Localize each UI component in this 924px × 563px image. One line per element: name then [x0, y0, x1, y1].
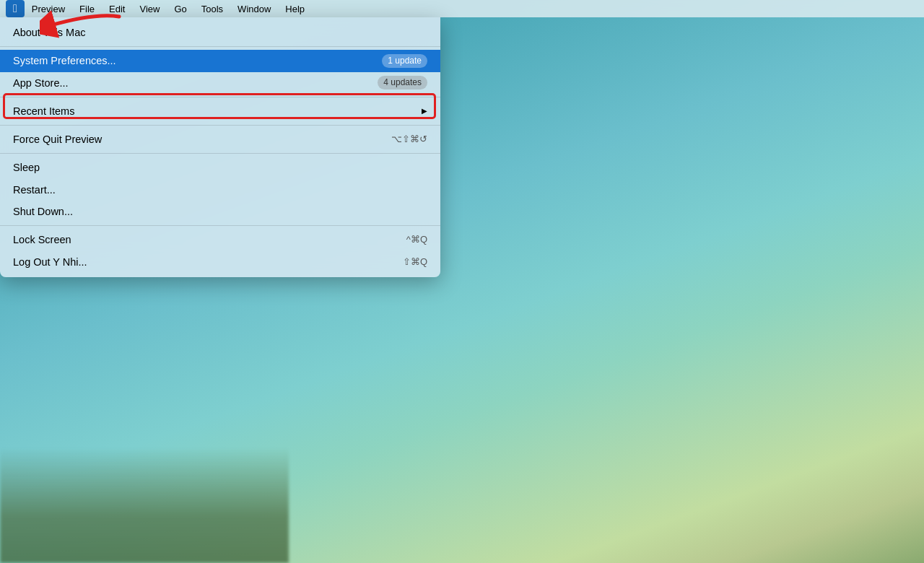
menubar-file[interactable]: File — [72, 0, 102, 17]
menu-item-about[interactable]: About This Mac — [0, 22, 440, 43]
menu-item-app-store[interactable]: App Store... 4 updates — [0, 72, 440, 94]
desktop-trees — [0, 448, 289, 563]
menu-item-system-prefs[interactable]: System Preferences... 1 update — [0, 50, 440, 71]
submenu-arrow-icon: ▶ — [422, 106, 427, 116]
system-prefs-badge: 1 update — [382, 54, 427, 68]
menubar-help[interactable]: Help — [278, 0, 312, 17]
menu-item-app-store-label: App Store... — [13, 76, 69, 90]
separator-1 — [0, 46, 440, 47]
menu-item-recent-items[interactable]: Recent Items ▶ — [0, 100, 440, 122]
apple-dropdown-menu: About This Mac System Preferences... 1 u… — [0, 17, 440, 277]
menu-item-force-quit-label: Force Quit Preview — [13, 132, 102, 147]
apple-menu-button[interactable]:  — [6, 0, 25, 17]
app-store-badge: 4 updates — [378, 76, 427, 90]
menu-item-about-label: About This Mac — [13, 25, 85, 40]
separator-4 — [0, 153, 440, 154]
menu-item-force-quit[interactable]: Force Quit Preview ⌥⇧⌘↺ — [0, 128, 440, 150]
menu-item-shut-down[interactable]: Shut Down... — [0, 201, 440, 222]
menu-item-system-prefs-label: System Preferences... — [13, 53, 116, 68]
menu-item-shut-down-label: Shut Down... — [13, 204, 73, 219]
menu-item-recent-items-label: Recent Items — [13, 104, 74, 118]
separator-2 — [0, 97, 440, 97]
menubar-preview[interactable]: Preview — [25, 0, 72, 17]
menu-item-sleep-label: Sleep — [13, 160, 40, 175]
menu-item-lock-screen-label: Lock Screen — [13, 232, 71, 247]
menubar:  Preview File Edit View Go Tools Window… — [0, 0, 924, 17]
menubar-go[interactable]: Go — [167, 0, 193, 17]
log-out-shortcut: ⇧⌘Q — [403, 256, 427, 269]
separator-5 — [0, 225, 440, 226]
menu-item-log-out[interactable]: Log Out Y Nhi... ⇧⌘Q — [0, 251, 440, 273]
lock-screen-shortcut: ^⌘Q — [406, 233, 427, 246]
menu-item-lock-screen[interactable]: Lock Screen ^⌘Q — [0, 229, 440, 250]
force-quit-shortcut: ⌥⇧⌘↺ — [391, 133, 427, 146]
separator-3 — [0, 125, 440, 126]
menubar-tools[interactable]: Tools — [194, 0, 230, 17]
menu-item-restart-label: Restart... — [13, 183, 56, 197]
menubar-window[interactable]: Window — [230, 0, 278, 17]
menubar-edit[interactable]: Edit — [102, 0, 132, 17]
menubar-view[interactable]: View — [132, 0, 167, 17]
menu-item-log-out-label: Log Out Y Nhi... — [13, 255, 87, 269]
menu-item-sleep[interactable]: Sleep — [0, 157, 440, 178]
menu-item-restart[interactable]: Restart... — [0, 179, 440, 201]
